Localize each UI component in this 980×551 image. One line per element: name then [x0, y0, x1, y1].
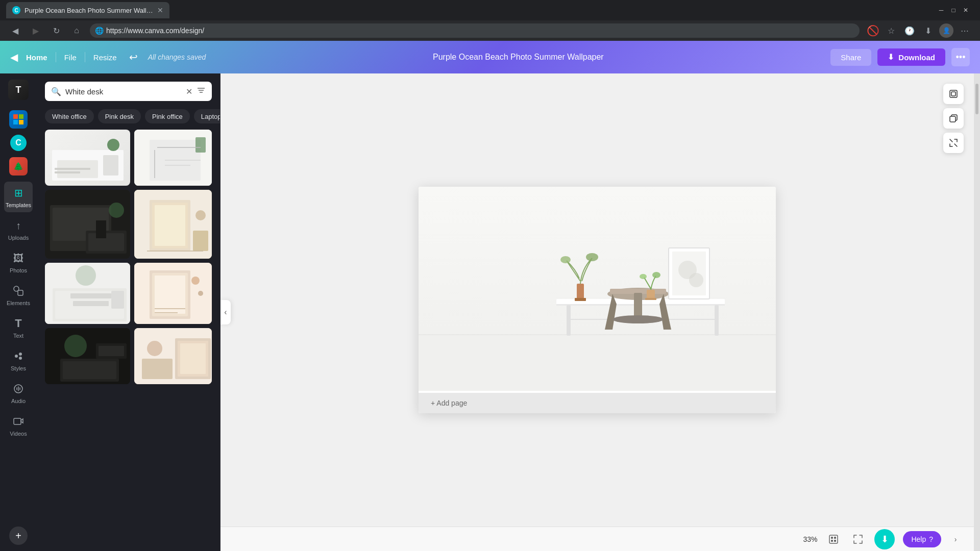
sidebar-item-audio[interactable]: Audio [4, 378, 33, 408]
svg-point-25 [109, 203, 124, 218]
svg-rect-90 [831, 540, 833, 542]
sidebar-item-photos[interactable]: 🖼 Photos [4, 247, 33, 278]
add-content-button[interactable]: + [9, 527, 28, 545]
close-window-button[interactable]: ✕ [962, 6, 970, 14]
svg-point-74 [612, 315, 664, 323]
bookmark-button[interactable]: ☆ [884, 23, 898, 38]
back-to-home-button[interactable]: ◀ [10, 51, 18, 63]
sidebar-item-text[interactable]: T Text [4, 312, 33, 343]
tab-close-icon[interactable]: ✕ [157, 6, 163, 14]
sidebar-windows-app[interactable] [9, 110, 28, 129]
photo-item-7[interactable] [45, 328, 130, 384]
frame-tool-button[interactable] [943, 84, 964, 104]
photo-item-2[interactable] [134, 130, 212, 186]
zoom-level: 33% [803, 535, 817, 543]
svg-rect-11 [103, 155, 118, 176]
search-input[interactable] [65, 87, 182, 96]
home-button[interactable]: ⌂ [69, 23, 84, 38]
add-page-button[interactable]: + Add page [419, 393, 776, 413]
svg-point-3 [19, 353, 22, 356]
forward-button[interactable]: ▶ [29, 23, 43, 38]
uploads-icon: ↑ [11, 218, 26, 233]
sidebar-item-templates[interactable]: ⊞ Templates [4, 182, 33, 212]
download-circle-button[interactable]: ⬇ [874, 529, 895, 549]
photo-item-8[interactable] [134, 328, 212, 384]
window-controls: ─ □ ✕ [937, 6, 970, 14]
tab-favicon: C [12, 6, 20, 14]
search-filter-icon[interactable] [197, 86, 206, 97]
share-button[interactable]: Share [830, 49, 871, 66]
app-logo[interactable]: T [8, 80, 29, 100]
more-options-button[interactable]: ⋯ [958, 23, 972, 38]
minimize-button[interactable]: ─ [937, 6, 945, 14]
sidebar-item-uploads[interactable]: ↑ Uploads [4, 214, 33, 245]
reload-button[interactable]: ↻ [49, 23, 63, 38]
downloads-button[interactable]: ⬇ [921, 23, 935, 38]
resize-menu[interactable]: Resize [93, 53, 117, 62]
sidebar-extra-app[interactable]: 🌲 [9, 157, 28, 176]
browser-tab[interactable]: C Purple Ocean Beach Photo Summer Wallpa… [6, 2, 169, 18]
fullscreen-button[interactable] [850, 531, 866, 547]
copy-tool-button[interactable] [943, 108, 964, 129]
photo-item-1[interactable] [45, 130, 130, 186]
main-content: T C 🌲 ⊞ Templates ↑ Uploads 🖼 [0, 73, 980, 551]
address-input[interactable] [90, 23, 860, 38]
chip-pink-office[interactable]: Pink office [145, 109, 190, 123]
vertical-scrollbar[interactable] [974, 73, 980, 551]
back-button[interactable]: ◀ [8, 23, 22, 38]
undo-button[interactable]: ↩ [129, 51, 138, 63]
chip-pink-desk[interactable]: Pink desk [98, 109, 141, 123]
svg-rect-59 [950, 90, 957, 97]
file-menu[interactable]: File [64, 53, 77, 62]
svg-rect-69 [715, 305, 719, 336]
sidebar-apps: C 🌲 [9, 106, 28, 180]
home-link[interactable]: Home [26, 53, 47, 62]
videos-icon [11, 414, 26, 429]
photo-item-4[interactable] [134, 190, 212, 259]
search-clear-icon[interactable]: ✕ [186, 87, 192, 96]
svg-rect-56 [180, 343, 206, 374]
chip-laptop[interactable]: Laptop [194, 109, 220, 123]
photos-icon: 🖼 [11, 251, 26, 265]
sidebar-item-styles[interactable]: Styles [4, 345, 33, 375]
photo-item-6[interactable] [134, 263, 212, 324]
svg-rect-88 [831, 537, 833, 539]
sidebar-item-elements[interactable]: Elements [4, 280, 33, 310]
canvas-illustration [419, 187, 776, 391]
chip-white-office[interactable]: White office [45, 109, 94, 123]
panel-expand-button[interactable]: › [949, 533, 962, 545]
profile-button[interactable]: 👤 [939, 23, 953, 38]
svg-point-32 [195, 210, 206, 220]
download-icon: ⬇ [888, 53, 894, 62]
windows-icon [13, 114, 23, 124]
more-options-header-button[interactable]: ••• [951, 48, 970, 66]
extensions-button[interactable]: 🚫 [866, 23, 880, 38]
svg-rect-58 [142, 359, 173, 379]
scroll-thumb[interactable] [975, 84, 978, 114]
canva-app-icon[interactable]: C [10, 135, 27, 151]
search-icon: 🔍 [51, 87, 61, 96]
search-box[interactable]: 🔍 ✕ [45, 82, 212, 101]
expand-tool-button[interactable] [943, 133, 964, 153]
svg-rect-89 [834, 537, 836, 539]
svg-point-2 [15, 355, 18, 358]
svg-point-78 [560, 256, 571, 263]
header-divider [56, 52, 56, 62]
history-button[interactable]: 🕐 [902, 23, 917, 38]
photo-item-5[interactable] [45, 263, 130, 324]
help-button[interactable]: Help ? [903, 531, 941, 547]
svg-rect-33 [193, 231, 208, 251]
download-button[interactable]: ⬇ Download [877, 48, 945, 66]
header-actions: Share ⬇ Download ••• [830, 48, 970, 66]
canvas-wrapper: + Add page [220, 73, 974, 527]
svg-point-12 [107, 139, 119, 151]
svg-rect-31 [155, 205, 185, 246]
photo-item-3[interactable] [45, 190, 130, 259]
svg-rect-75 [577, 284, 584, 300]
photo-row-2 [45, 190, 212, 259]
svg-point-37 [76, 265, 96, 286]
sidebar-item-videos[interactable]: Videos [4, 410, 33, 441]
collapse-panel-button[interactable]: ‹ [220, 300, 231, 324]
maximize-button[interactable]: □ [949, 6, 958, 14]
page-view-button[interactable] [825, 531, 842, 547]
